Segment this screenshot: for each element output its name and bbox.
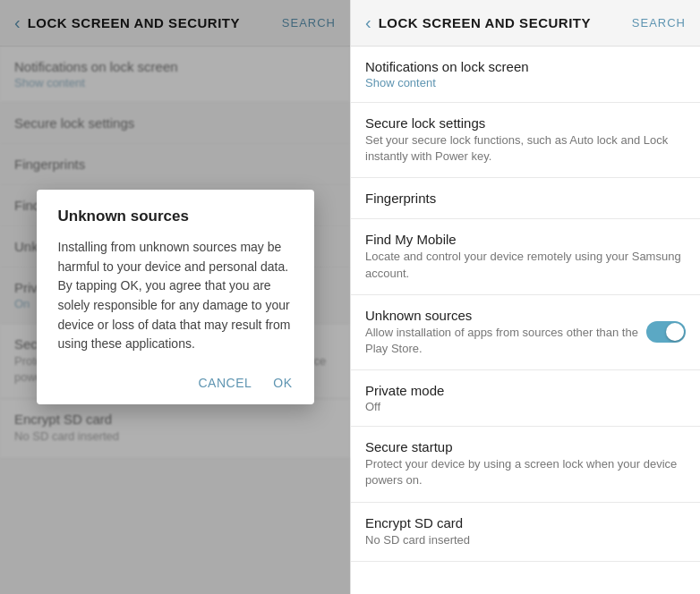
right-header: ‹ LOCK SCREEN AND SECURITY SEARCH <box>351 0 700 47</box>
right-item-find-mobile[interactable]: Find My Mobile Locate and control your d… <box>351 219 700 294</box>
left-panel: ‹ LOCK SCREEN AND SECURITY SEARCH Notifi… <box>0 0 350 594</box>
right-item-secure-startup-subtitle: Protect your device by using a screen lo… <box>365 456 686 488</box>
right-item-secure-lock-title: Secure lock settings <box>365 115 686 131</box>
right-back-button[interactable]: ‹ <box>365 13 371 33</box>
right-item-secure-startup-title: Secure startup <box>365 439 686 454</box>
right-item-secure-lock[interactable]: Secure lock settings Set your secure loc… <box>351 103 700 178</box>
right-item-notifications-link[interactable]: Show content <box>365 76 686 89</box>
right-item-fingerprints-title: Fingerprints <box>365 191 686 206</box>
dialog-body: Installing from unknown sources may be h… <box>58 238 293 354</box>
right-item-unknown-sources[interactable]: Unknown sources Allow installation of ap… <box>351 295 700 370</box>
right-item-notifications[interactable]: Notifications on lock screen Show conten… <box>351 47 700 103</box>
right-panel: ‹ LOCK SCREEN AND SECURITY SEARCH Notifi… <box>350 0 700 594</box>
right-item-encrypt-sd-title: Encrypt SD card <box>365 515 686 530</box>
right-item-find-mobile-subtitle: Locate and control your device remotely … <box>365 249 686 281</box>
right-item-unknown-sources-title: Unknown sources <box>365 308 646 323</box>
right-settings-list: Notifications on lock screen Show conten… <box>351 47 700 594</box>
right-item-unknown-sources-row: Unknown sources Allow installation of ap… <box>365 308 686 357</box>
right-item-encrypt-sd-subtitle: No SD card inserted <box>365 532 686 548</box>
dialog-actions: CANCEL OK <box>58 372 293 394</box>
right-item-unknown-sources-subtitle: Allow installation of apps from sources … <box>365 325 646 357</box>
unknown-sources-toggle-container <box>646 321 686 343</box>
right-item-secure-startup[interactable]: Secure startup Protect your device by us… <box>351 427 700 502</box>
dialog-ok-button[interactable]: OK <box>273 372 292 394</box>
right-item-unknown-sources-text: Unknown sources Allow installation of ap… <box>365 308 646 357</box>
unknown-sources-dialog: Unknown sources Installing from unknown … <box>37 190 314 404</box>
right-item-encrypt-sd[interactable]: Encrypt SD card No SD card inserted <box>351 503 700 562</box>
dialog-overlay: Unknown sources Installing from unknown … <box>0 0 350 594</box>
dialog-title: Unknown sources <box>58 208 293 225</box>
toggle-knob <box>666 323 684 341</box>
right-item-private-mode[interactable]: Private mode Off <box>351 370 700 427</box>
right-header-left: ‹ LOCK SCREEN AND SECURITY <box>365 13 591 33</box>
right-item-private-mode-status: Off <box>365 400 686 413</box>
right-item-secure-lock-subtitle: Set your secure lock functions, such as … <box>365 132 686 165</box>
right-item-find-mobile-title: Find My Mobile <box>365 232 686 247</box>
right-item-notifications-title: Notifications on lock screen <box>365 59 686 74</box>
dialog-cancel-button[interactable]: CANCEL <box>198 372 252 394</box>
right-item-fingerprints[interactable]: Fingerprints <box>351 178 700 219</box>
unknown-sources-toggle[interactable] <box>646 321 686 343</box>
right-header-title: LOCK SCREEN AND SECURITY <box>379 15 591 30</box>
right-item-private-mode-title: Private mode <box>365 383 686 398</box>
right-search-button[interactable]: SEARCH <box>632 16 686 30</box>
